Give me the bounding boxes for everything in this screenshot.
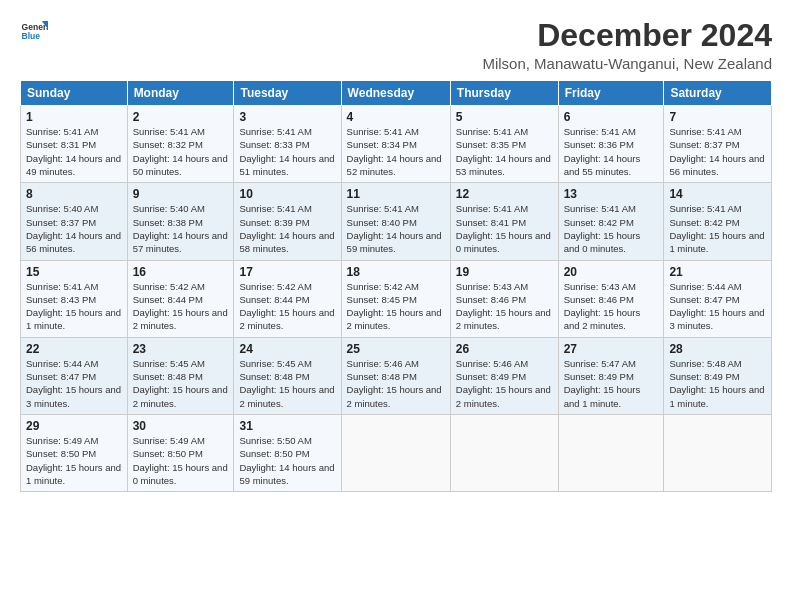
- calendar-cell: 22Sunrise: 5:44 AM Sunset: 8:47 PM Dayli…: [21, 337, 128, 414]
- day-number: 17: [239, 265, 335, 279]
- calendar-cell: 26Sunrise: 5:46 AM Sunset: 8:49 PM Dayli…: [450, 337, 558, 414]
- day-detail: Sunrise: 5:41 AM Sunset: 8:39 PM Dayligh…: [239, 202, 335, 255]
- calendar-cell: 12Sunrise: 5:41 AM Sunset: 8:41 PM Dayli…: [450, 183, 558, 260]
- day-number: 20: [564, 265, 659, 279]
- calendar-cell: 5Sunrise: 5:41 AM Sunset: 8:35 PM Daylig…: [450, 106, 558, 183]
- calendar-cell: 18Sunrise: 5:42 AM Sunset: 8:45 PM Dayli…: [341, 260, 450, 337]
- col-friday: Friday: [558, 81, 664, 106]
- calendar-cell: 29Sunrise: 5:49 AM Sunset: 8:50 PM Dayli…: [21, 414, 128, 491]
- calendar-cell: 31Sunrise: 5:50 AM Sunset: 8:50 PM Dayli…: [234, 414, 341, 491]
- week-row-1: 1Sunrise: 5:41 AM Sunset: 8:31 PM Daylig…: [21, 106, 772, 183]
- header: General Blue December 2024 Milson, Manaw…: [20, 18, 772, 72]
- col-monday: Monday: [127, 81, 234, 106]
- day-detail: Sunrise: 5:48 AM Sunset: 8:49 PM Dayligh…: [669, 357, 766, 410]
- header-row: Sunday Monday Tuesday Wednesday Thursday…: [21, 81, 772, 106]
- week-row-5: 29Sunrise: 5:49 AM Sunset: 8:50 PM Dayli…: [21, 414, 772, 491]
- calendar-body: 1Sunrise: 5:41 AM Sunset: 8:31 PM Daylig…: [21, 106, 772, 492]
- week-row-3: 15Sunrise: 5:41 AM Sunset: 8:43 PM Dayli…: [21, 260, 772, 337]
- day-detail: Sunrise: 5:41 AM Sunset: 8:33 PM Dayligh…: [239, 125, 335, 178]
- day-detail: Sunrise: 5:46 AM Sunset: 8:48 PM Dayligh…: [347, 357, 445, 410]
- day-detail: Sunrise: 5:45 AM Sunset: 8:48 PM Dayligh…: [133, 357, 229, 410]
- day-detail: Sunrise: 5:49 AM Sunset: 8:50 PM Dayligh…: [133, 434, 229, 487]
- calendar-cell: 25Sunrise: 5:46 AM Sunset: 8:48 PM Dayli…: [341, 337, 450, 414]
- day-number: 9: [133, 187, 229, 201]
- calendar-cell: 24Sunrise: 5:45 AM Sunset: 8:48 PM Dayli…: [234, 337, 341, 414]
- day-number: 25: [347, 342, 445, 356]
- calendar-cell: 10Sunrise: 5:41 AM Sunset: 8:39 PM Dayli…: [234, 183, 341, 260]
- day-detail: Sunrise: 5:40 AM Sunset: 8:37 PM Dayligh…: [26, 202, 122, 255]
- day-detail: Sunrise: 5:41 AM Sunset: 8:37 PM Dayligh…: [669, 125, 766, 178]
- calendar-cell: 11Sunrise: 5:41 AM Sunset: 8:40 PM Dayli…: [341, 183, 450, 260]
- calendar-cell: [450, 414, 558, 491]
- week-row-2: 8Sunrise: 5:40 AM Sunset: 8:37 PM Daylig…: [21, 183, 772, 260]
- calendar-cell: 1Sunrise: 5:41 AM Sunset: 8:31 PM Daylig…: [21, 106, 128, 183]
- title-block: December 2024 Milson, Manawatu-Wanganui,…: [482, 18, 772, 72]
- week-row-4: 22Sunrise: 5:44 AM Sunset: 8:47 PM Dayli…: [21, 337, 772, 414]
- day-detail: Sunrise: 5:42 AM Sunset: 8:45 PM Dayligh…: [347, 280, 445, 333]
- calendar-header: Sunday Monday Tuesday Wednesday Thursday…: [21, 81, 772, 106]
- calendar-cell: 21Sunrise: 5:44 AM Sunset: 8:47 PM Dayli…: [664, 260, 772, 337]
- day-detail: Sunrise: 5:41 AM Sunset: 8:35 PM Dayligh…: [456, 125, 553, 178]
- calendar-cell: [664, 414, 772, 491]
- day-detail: Sunrise: 5:40 AM Sunset: 8:38 PM Dayligh…: [133, 202, 229, 255]
- calendar-cell: 27Sunrise: 5:47 AM Sunset: 8:49 PM Dayli…: [558, 337, 664, 414]
- day-number: 14: [669, 187, 766, 201]
- day-detail: Sunrise: 5:41 AM Sunset: 8:41 PM Dayligh…: [456, 202, 553, 255]
- calendar-cell: 14Sunrise: 5:41 AM Sunset: 8:42 PM Dayli…: [664, 183, 772, 260]
- day-detail: Sunrise: 5:47 AM Sunset: 8:49 PM Dayligh…: [564, 357, 659, 410]
- day-number: 3: [239, 110, 335, 124]
- day-number: 26: [456, 342, 553, 356]
- calendar-cell: 3Sunrise: 5:41 AM Sunset: 8:33 PM Daylig…: [234, 106, 341, 183]
- calendar-cell: 16Sunrise: 5:42 AM Sunset: 8:44 PM Dayli…: [127, 260, 234, 337]
- day-detail: Sunrise: 5:41 AM Sunset: 8:32 PM Dayligh…: [133, 125, 229, 178]
- day-detail: Sunrise: 5:41 AM Sunset: 8:42 PM Dayligh…: [564, 202, 659, 255]
- day-number: 11: [347, 187, 445, 201]
- day-number: 8: [26, 187, 122, 201]
- col-tuesday: Tuesday: [234, 81, 341, 106]
- calendar-cell: 2Sunrise: 5:41 AM Sunset: 8:32 PM Daylig…: [127, 106, 234, 183]
- calendar-cell: 30Sunrise: 5:49 AM Sunset: 8:50 PM Dayli…: [127, 414, 234, 491]
- calendar-cell: 8Sunrise: 5:40 AM Sunset: 8:37 PM Daylig…: [21, 183, 128, 260]
- calendar-cell: 7Sunrise: 5:41 AM Sunset: 8:37 PM Daylig…: [664, 106, 772, 183]
- day-number: 28: [669, 342, 766, 356]
- day-number: 12: [456, 187, 553, 201]
- day-detail: Sunrise: 5:49 AM Sunset: 8:50 PM Dayligh…: [26, 434, 122, 487]
- calendar-cell: [558, 414, 664, 491]
- svg-text:Blue: Blue: [22, 31, 41, 41]
- day-number: 30: [133, 419, 229, 433]
- day-detail: Sunrise: 5:41 AM Sunset: 8:40 PM Dayligh…: [347, 202, 445, 255]
- day-number: 27: [564, 342, 659, 356]
- day-detail: Sunrise: 5:41 AM Sunset: 8:31 PM Dayligh…: [26, 125, 122, 178]
- col-wednesday: Wednesday: [341, 81, 450, 106]
- subtitle: Milson, Manawatu-Wanganui, New Zealand: [482, 55, 772, 72]
- day-number: 16: [133, 265, 229, 279]
- page: General Blue December 2024 Milson, Manaw…: [0, 0, 792, 612]
- day-number: 2: [133, 110, 229, 124]
- col-sunday: Sunday: [21, 81, 128, 106]
- day-number: 23: [133, 342, 229, 356]
- calendar-cell: 15Sunrise: 5:41 AM Sunset: 8:43 PM Dayli…: [21, 260, 128, 337]
- day-detail: Sunrise: 5:46 AM Sunset: 8:49 PM Dayligh…: [456, 357, 553, 410]
- day-number: 19: [456, 265, 553, 279]
- day-number: 18: [347, 265, 445, 279]
- calendar-cell: 19Sunrise: 5:43 AM Sunset: 8:46 PM Dayli…: [450, 260, 558, 337]
- day-detail: Sunrise: 5:50 AM Sunset: 8:50 PM Dayligh…: [239, 434, 335, 487]
- logo: General Blue: [20, 18, 48, 46]
- day-number: 6: [564, 110, 659, 124]
- day-detail: Sunrise: 5:43 AM Sunset: 8:46 PM Dayligh…: [456, 280, 553, 333]
- day-number: 7: [669, 110, 766, 124]
- day-number: 15: [26, 265, 122, 279]
- day-number: 22: [26, 342, 122, 356]
- day-number: 10: [239, 187, 335, 201]
- calendar-cell: 23Sunrise: 5:45 AM Sunset: 8:48 PM Dayli…: [127, 337, 234, 414]
- calendar-cell: 13Sunrise: 5:41 AM Sunset: 8:42 PM Dayli…: [558, 183, 664, 260]
- day-detail: Sunrise: 5:41 AM Sunset: 8:43 PM Dayligh…: [26, 280, 122, 333]
- calendar-cell: 4Sunrise: 5:41 AM Sunset: 8:34 PM Daylig…: [341, 106, 450, 183]
- main-title: December 2024: [482, 18, 772, 53]
- day-number: 29: [26, 419, 122, 433]
- day-detail: Sunrise: 5:45 AM Sunset: 8:48 PM Dayligh…: [239, 357, 335, 410]
- day-number: 21: [669, 265, 766, 279]
- day-detail: Sunrise: 5:41 AM Sunset: 8:36 PM Dayligh…: [564, 125, 659, 178]
- calendar-cell: [341, 414, 450, 491]
- calendar-cell: 28Sunrise: 5:48 AM Sunset: 8:49 PM Dayli…: [664, 337, 772, 414]
